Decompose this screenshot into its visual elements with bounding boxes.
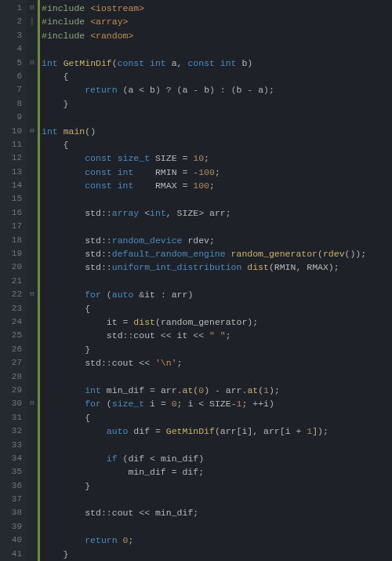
code-line[interactable]: for (size_t i = 0; i < SIZE-1; ++i) — [42, 397, 392, 410]
code-line[interactable] — [42, 111, 392, 124]
fold-column[interactable]: ⊟│⊟⊟⊟⊟ — [27, 0, 38, 561]
code-line[interactable] — [42, 275, 392, 288]
token-op: :: — [101, 262, 112, 272]
fold-guide — [27, 411, 38, 424]
token-punc: { — [64, 140, 69, 150]
token-angle: <random> — [90, 31, 133, 41]
code-line[interactable]: std::cout << it << " "; — [42, 329, 392, 342]
line-number: 39 — [0, 520, 27, 534]
code-line[interactable]: const int RMIN = -100; — [42, 166, 392, 179]
fold-guide — [27, 151, 38, 165]
code-line[interactable]: } — [42, 479, 392, 493]
fold-toggle-icon[interactable]: ⊟ — [27, 125, 38, 138]
fold-guide — [27, 343, 38, 356]
code-line[interactable]: } — [42, 97, 392, 111]
token-op: . — [177, 385, 183, 395]
fold-guide — [27, 452, 38, 465]
token-var: it — [107, 317, 118, 327]
code-line[interactable]: if (dif < min_dif) — [42, 452, 392, 465]
fold-guide — [27, 465, 38, 479]
token-op: ( — [101, 399, 112, 409]
code-line[interactable]: int GetMinDif(const int a, const int b) — [42, 56, 392, 70]
code-line[interactable]: #include <array> — [42, 15, 392, 28]
code-line[interactable]: return (a < b) ? (a - b) : (b - a); — [42, 83, 392, 97]
token-var: dif — [133, 426, 150, 436]
token-const: RMIN — [155, 167, 177, 177]
token-punc: [ — [280, 426, 285, 436]
token-op: < — [193, 399, 209, 409]
fold-guide — [27, 234, 38, 247]
code-line[interactable]: auto dif = GetMinDif(arr[i], arr[i + 1])… — [42, 424, 392, 438]
line-number: 11 — [0, 138, 27, 151]
code-line[interactable] — [42, 192, 392, 206]
token-var: i — [285, 426, 291, 436]
token-ns: std — [85, 249, 101, 259]
token-punc: ; — [128, 535, 133, 545]
code-line[interactable] — [42, 493, 392, 506]
code-line[interactable]: { — [42, 138, 392, 151]
code-line[interactable] — [42, 42, 392, 56]
code-line[interactable] — [42, 220, 392, 233]
token-op: ++ — [252, 399, 263, 409]
token-punc: { — [85, 304, 90, 314]
token-ns: std — [107, 330, 123, 341]
line-number-gutter: 1234567891011121314151617181920212223242… — [0, 0, 27, 561]
code-line[interactable]: #include <iostream> — [42, 2, 392, 15]
code-line[interactable]: } — [42, 343, 392, 356]
line-number: 41 — [0, 548, 27, 561]
token-kw: auto — [107, 426, 129, 436]
line-number: 16 — [0, 206, 27, 220]
code-line[interactable]: std::array <int, SIZE> arr; — [42, 206, 392, 220]
code-line[interactable]: { — [42, 70, 392, 83]
code-line[interactable]: std::cout << min_dif; — [42, 506, 392, 519]
code-area[interactable]: #include <iostream>#include <array>#incl… — [40, 0, 392, 561]
code-line[interactable]: return 0; — [42, 534, 392, 547]
line-number: 28 — [0, 370, 27, 384]
code-editor[interactable]: 1234567891011121314151617181920212223242… — [0, 0, 392, 561]
code-line[interactable]: std::cout << '\n'; — [42, 356, 392, 370]
token-type: default_random_engine — [112, 249, 226, 259]
token-const: RMAX — [155, 180, 177, 191]
code-line[interactable]: int main() — [42, 125, 392, 138]
token-var: arr — [209, 208, 226, 218]
fold-guide — [27, 70, 38, 83]
line-number: 30 — [0, 397, 27, 410]
token-op — [58, 126, 64, 137]
token-num: 100 — [193, 180, 209, 191]
code-line[interactable]: int min_dif = arr.at(0) - arr.at(1); — [42, 384, 392, 397]
token-op: ) : ( — [209, 85, 237, 95]
token-op: << — [133, 508, 155, 518]
code-line[interactable]: } — [42, 548, 392, 561]
code-line[interactable] — [42, 370, 392, 384]
fold-guide — [27, 275, 38, 288]
code-line[interactable]: { — [42, 302, 392, 315]
code-line[interactable]: min_dif = dif; — [42, 465, 392, 479]
line-number: 38 — [0, 506, 27, 519]
code-line[interactable]: it = dist(random_generator); — [42, 315, 392, 329]
token-kw: int — [85, 385, 101, 395]
token-op: + — [291, 426, 307, 436]
code-line[interactable]: std::random_device rdev; — [42, 234, 392, 247]
fold-toggle-icon[interactable]: ⊟ — [27, 56, 38, 70]
fold-toggle-icon[interactable]: ⊟ — [27, 288, 38, 301]
token-var: arr — [263, 426, 280, 436]
fold-guide — [27, 424, 38, 438]
code-line[interactable]: { — [42, 411, 392, 424]
token-punc: ); — [328, 262, 339, 272]
line-number: 36 — [0, 479, 27, 493]
code-line[interactable]: std::uniform_int_distribution dist(RMIN,… — [42, 260, 392, 274]
fold-toggle-icon[interactable]: ⊟ — [27, 2, 38, 15]
code-line[interactable]: const int RMAX = 100; — [42, 179, 392, 192]
code-line[interactable]: for (auto &it : arr) — [42, 288, 392, 301]
token-var: it — [144, 290, 155, 300]
code-line[interactable] — [42, 439, 392, 452]
code-line[interactable]: std::default_random_engine random_genera… — [42, 247, 392, 260]
fold-guide — [27, 493, 38, 506]
fold-toggle-icon[interactable]: ⊟ — [27, 397, 38, 410]
code-line[interactable] — [42, 520, 392, 534]
token-op: = — [166, 467, 183, 477]
fold-guide — [27, 479, 38, 493]
code-line[interactable]: const size_t SIZE = 10; — [42, 151, 392, 165]
code-line[interactable]: #include <random> — [42, 29, 392, 42]
fold-guide — [27, 534, 38, 547]
